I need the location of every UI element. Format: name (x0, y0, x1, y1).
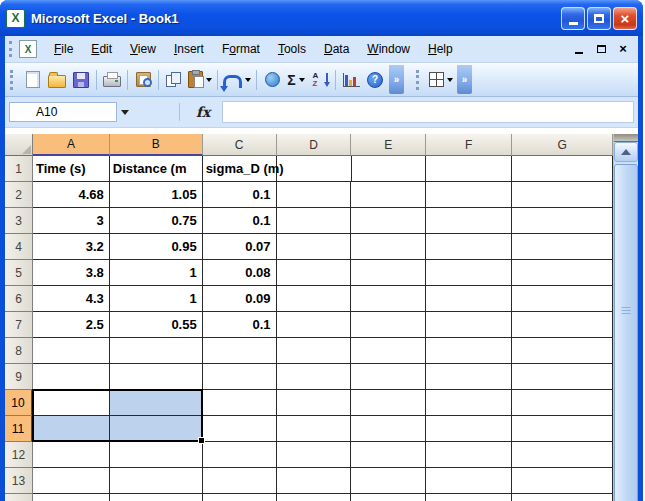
research-button[interactable] (131, 68, 155, 92)
column-header-b[interactable]: B (110, 134, 203, 156)
column-header-g[interactable]: G (512, 134, 613, 156)
cell-E4[interactable] (351, 234, 426, 260)
cell-B12[interactable] (110, 442, 203, 468)
name-box-dropdown-button[interactable] (117, 102, 133, 122)
cell-A13[interactable] (33, 468, 110, 494)
cell-B8[interactable] (110, 338, 203, 364)
cell-D3[interactable] (277, 208, 352, 234)
borders-button[interactable] (427, 68, 455, 92)
cell-D7[interactable] (277, 312, 352, 338)
menu-data[interactable]: Data (315, 38, 358, 60)
cell-C7[interactable]: 0.1 (203, 312, 277, 338)
cell-C1[interactable]: sigma_D (m) (203, 156, 277, 182)
vertical-scrollbar[interactable] (613, 134, 638, 501)
row-header-2[interactable]: 2 (5, 182, 33, 208)
cell-D11[interactable] (277, 416, 352, 442)
cell-A5[interactable]: 3.8 (33, 260, 110, 286)
cell-E6[interactable] (351, 286, 426, 312)
cell-F13[interactable] (426, 468, 512, 494)
document-minimize-button[interactable] (572, 43, 586, 56)
menu-tools[interactable]: Tools (269, 38, 315, 60)
new-document-button[interactable] (21, 68, 45, 92)
cell-B2[interactable]: 1.05 (110, 182, 203, 208)
cell-E7[interactable] (351, 312, 426, 338)
cell-A4[interactable]: 3.2 (33, 234, 110, 260)
cell-F7[interactable] (426, 312, 512, 338)
select-all-corner[interactable] (5, 134, 33, 156)
row-header-4[interactable]: 4 (5, 234, 33, 260)
column-header-e[interactable]: E (351, 134, 426, 156)
cell-D14[interactable] (277, 494, 352, 501)
insert-function-icon[interactable]: fx (188, 104, 218, 120)
column-header-a[interactable]: A (33, 134, 110, 156)
column-header-c[interactable]: C (203, 134, 277, 156)
menu-view[interactable]: View (121, 38, 165, 60)
row-header-3[interactable]: 3 (5, 208, 33, 234)
excel-app-icon[interactable] (6, 9, 25, 28)
close-button[interactable]: × (613, 7, 637, 30)
cell-B14[interactable] (110, 494, 203, 501)
cell-G9[interactable] (512, 364, 613, 390)
cell-G10[interactable] (512, 390, 613, 416)
save-button[interactable] (69, 68, 93, 92)
cell-F12[interactable] (426, 442, 512, 468)
cell-A8[interactable] (33, 338, 110, 364)
help-button[interactable] (363, 68, 387, 92)
chevron-down-icon[interactable] (299, 78, 305, 82)
scroll-up-button[interactable] (614, 142, 638, 162)
cell-A12[interactable] (33, 442, 110, 468)
cell-D10[interactable] (277, 390, 352, 416)
split-box[interactable] (614, 134, 638, 142)
cell-F5[interactable] (426, 260, 512, 286)
chevron-down-icon[interactable] (447, 78, 453, 82)
cell-B4[interactable]: 0.95 (110, 234, 203, 260)
cell-D2[interactable] (277, 182, 352, 208)
cell-A14[interactable] (33, 494, 110, 501)
cell-C11[interactable] (203, 416, 277, 442)
cell-G2[interactable] (512, 182, 613, 208)
cell-D6[interactable] (277, 286, 352, 312)
cell-G1[interactable] (512, 156, 613, 182)
cell-D1[interactable] (277, 156, 352, 182)
column-header-f[interactable]: F (426, 134, 512, 156)
cell-B3[interactable]: 0.75 (110, 208, 203, 234)
row-header-14[interactable]: 14 (5, 494, 33, 501)
row-header-13[interactable]: 13 (5, 468, 33, 494)
cell-E12[interactable] (351, 442, 426, 468)
column-header-d[interactable]: D (277, 134, 352, 156)
cell-F9[interactable] (426, 364, 512, 390)
cell-B1[interactable]: Distance (m (110, 156, 203, 182)
cell-C12[interactable] (203, 442, 277, 468)
row-header-6[interactable]: 6 (5, 286, 33, 312)
undo-button[interactable] (221, 68, 253, 92)
cell-F6[interactable] (426, 286, 512, 312)
minimize-button[interactable] (561, 7, 585, 30)
cell-F2[interactable] (426, 182, 512, 208)
cell-D4[interactable] (277, 234, 352, 260)
cell-D9[interactable] (277, 364, 352, 390)
maximize-button[interactable] (587, 7, 611, 30)
cell-C5[interactable]: 0.08 (203, 260, 277, 286)
sort-ascending-button[interactable] (308, 68, 332, 92)
cell-E11[interactable] (351, 416, 426, 442)
cell-B13[interactable] (110, 468, 203, 494)
scrollbar-thumb[interactable] (614, 164, 638, 501)
toolbar-options-icon[interactable] (457, 65, 472, 94)
cell-A3[interactable]: 3 (33, 208, 110, 234)
cell-C4[interactable]: 0.07 (203, 234, 277, 260)
cell-C10[interactable] (203, 390, 277, 416)
cell-E1[interactable] (352, 156, 427, 182)
cell-F10[interactable] (426, 390, 512, 416)
row-header-8[interactable]: 8 (5, 338, 33, 364)
cell-E14[interactable] (351, 494, 426, 501)
row-header-11[interactable]: 11 (5, 416, 33, 442)
cell-G13[interactable] (512, 468, 613, 494)
menubar-drag-handle-icon[interactable] (9, 41, 16, 57)
cell-C13[interactable] (203, 468, 277, 494)
cell-B10[interactable] (110, 390, 203, 416)
chart-wizard-button[interactable] (339, 68, 363, 92)
cell-D12[interactable] (277, 442, 352, 468)
cell-E13[interactable] (351, 468, 426, 494)
cell-E3[interactable] (351, 208, 426, 234)
cell-G4[interactable] (512, 234, 613, 260)
